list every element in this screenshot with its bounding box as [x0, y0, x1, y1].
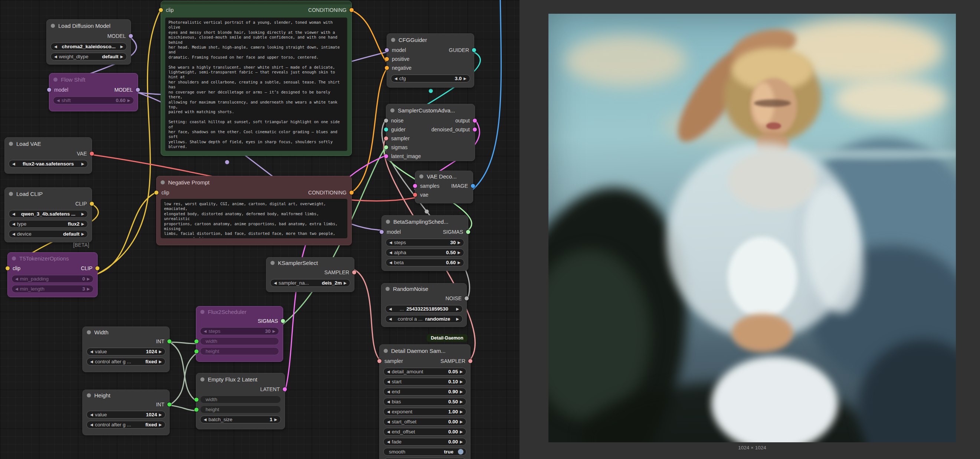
exponent-widget[interactable]: ◀ exponent 1.00 ▶: [383, 408, 466, 416]
samples-input-port[interactable]: [413, 184, 417, 188]
smooth-toggle-widget[interactable]: smooth true: [383, 448, 466, 456]
increment-arrow-icon[interactable]: ▶: [81, 232, 84, 236]
min-length-widget[interactable]: ◀ min_length 3 ▶: [11, 285, 94, 293]
decrement-arrow-icon[interactable]: ◀: [389, 307, 392, 311]
collapse-dot-icon[interactable]: [391, 38, 395, 42]
conditioning-output-port[interactable]: [350, 191, 354, 195]
model-output-port[interactable]: [136, 88, 140, 92]
height-input-slot[interactable]: height: [200, 405, 281, 413]
node-t5-tokenizer-options[interactable]: T5TokenizerOptions clip CLIP ◀ min_paddi…: [8, 253, 98, 297]
toggle-knob-icon[interactable]: [458, 449, 463, 454]
collapse-dot-icon[interactable]: [390, 108, 395, 113]
guider-input-port[interactable]: [384, 128, 388, 132]
decrement-arrow-icon[interactable]: ◀: [387, 380, 390, 384]
node-load-clip[interactable]: Load CLIP CLIP ◀ qwen_3_4b.safetens ... …: [5, 187, 92, 242]
control-after-generate-widget[interactable]: ◀ control after g ... fixed ▶: [86, 421, 165, 429]
increment-arrow-icon[interactable]: ▶: [127, 99, 130, 102]
noise-output-port[interactable]: [465, 297, 469, 300]
fade-widget[interactable]: ◀ fade 0.00 ▶: [383, 438, 466, 446]
increment-arrow-icon[interactable]: ▶: [460, 400, 463, 404]
increment-arrow-icon[interactable]: ▶: [458, 251, 460, 254]
sampler-output-port[interactable]: [352, 270, 356, 275]
decrement-arrow-icon[interactable]: ◀: [90, 413, 93, 417]
collapse-dot-icon[interactable]: [87, 330, 91, 334]
output-port[interactable]: [473, 119, 477, 123]
clip-name-widget[interactable]: ◀ qwen_3_4b.safetens ... ▶: [8, 210, 88, 218]
clip-input-port[interactable]: [159, 8, 163, 12]
alpha-widget[interactable]: ◀ alpha 0.50 ▶: [385, 249, 464, 256]
collapse-dot-icon[interactable]: [270, 261, 275, 265]
cfg-widget[interactable]: ◀ cfg 3.0 ▶: [391, 75, 470, 83]
width-input-slot[interactable]: width: [200, 395, 281, 403]
node-load-diffusion-model[interactable]: Load Diffusion Model MODEL ◀ chroma2_kal…: [46, 19, 131, 65]
decrement-arrow-icon[interactable]: ◀: [387, 390, 390, 394]
increment-arrow-icon[interactable]: ▶: [272, 329, 275, 333]
clip-output-port[interactable]: [90, 202, 94, 206]
int-output-port[interactable]: [167, 340, 172, 344]
decrement-arrow-icon[interactable]: ◀: [90, 360, 93, 364]
decrement-arrow-icon[interactable]: ◀: [12, 162, 15, 166]
beta-widget[interactable]: ◀ beta 0.60 ▶: [385, 259, 464, 267]
decrement-arrow-icon[interactable]: ◀: [387, 410, 390, 414]
increment-arrow-icon[interactable]: ▶: [159, 423, 162, 427]
ckpt-name-widget[interactable]: ◀ chroma2_kaleidosco... ▶: [51, 43, 127, 51]
increment-arrow-icon[interactable]: ▶: [460, 420, 463, 424]
height-input-port[interactable]: [194, 407, 199, 411]
increment-arrow-icon[interactable]: ▶: [456, 307, 459, 311]
decrement-arrow-icon[interactable]: ◀: [15, 277, 18, 281]
collapse-dot-icon[interactable]: [9, 142, 13, 146]
shift-widget[interactable]: ◀ shift 0.60 ▶: [53, 97, 134, 104]
weight-dtype-widget[interactable]: ◀ weight_dtype default ▶: [51, 53, 127, 60]
sigmas-output-port[interactable]: [466, 230, 470, 234]
denoised-output-port[interactable]: [473, 128, 477, 132]
decrement-arrow-icon[interactable]: ◀: [387, 440, 390, 444]
increment-arrow-icon[interactable]: ▶: [81, 222, 84, 226]
clip-input-port[interactable]: [6, 267, 10, 270]
model-output-port[interactable]: [129, 34, 133, 38]
node-flux2-scheduler[interactable]: Flux2Scheduler SIGMAS ◀ steps 30 ▶ width…: [196, 306, 283, 362]
steps-widget[interactable]: ◀ steps 30 ▶: [385, 238, 464, 246]
clip-output-port[interactable]: [95, 267, 99, 270]
width-input-port[interactable]: [194, 339, 199, 343]
latent-output-port[interactable]: [283, 388, 287, 391]
value-widget[interactable]: ◀ value 1024 ▶: [86, 411, 165, 419]
node-graph-canvas[interactable]: Load Diffusion Model MODEL ◀ chroma2_kal…: [0, 0, 520, 459]
decrement-arrow-icon[interactable]: ◀: [274, 281, 277, 285]
increment-arrow-icon[interactable]: ▶: [120, 45, 123, 49]
collapse-dot-icon[interactable]: [384, 349, 388, 353]
node-beta-sampling-scheduler[interactable]: BetaSamplingSched... model SIGMAS ◀ step…: [382, 215, 468, 271]
decrement-arrow-icon[interactable]: ◀: [57, 99, 60, 102]
decrement-arrow-icon[interactable]: ◀: [90, 423, 93, 427]
node-width[interactable]: Width INT ◀ value 1024 ▶ ◀ control after…: [83, 327, 170, 372]
int-output-port[interactable]: [167, 403, 172, 407]
collapse-dot-icon[interactable]: [385, 287, 390, 291]
increment-arrow-icon[interactable]: ▶: [460, 380, 463, 384]
decrement-arrow-icon[interactable]: ◀: [54, 55, 57, 59]
node-sampler-custom-advanced[interactable]: SamplerCustomAdva... noise output guider…: [386, 104, 475, 161]
bias-widget[interactable]: ◀ bias 0.50 ▶: [383, 398, 466, 405]
increment-arrow-icon[interactable]: ▶: [159, 350, 162, 354]
increment-arrow-icon[interactable]: ▶: [460, 410, 463, 414]
node-empty-flux2-latent[interactable]: Empty Flux 2 Latent LATENT width height …: [196, 373, 285, 429]
increment-arrow-icon[interactable]: ▶: [81, 162, 84, 166]
increment-arrow-icon[interactable]: ▶: [120, 55, 123, 59]
node-vae-decode[interactable]: VAE Deco... samples IMAGE vae: [415, 171, 473, 203]
collapse-dot-icon[interactable]: [386, 220, 390, 224]
control-after-generate-widget[interactable]: ◀ control a ... randomize ▶: [385, 315, 463, 323]
decrement-arrow-icon[interactable]: ◀: [387, 420, 390, 424]
increment-arrow-icon[interactable]: ▶: [458, 241, 460, 245]
increment-arrow-icon[interactable]: ▶: [456, 317, 459, 321]
width-input-port[interactable]: [194, 397, 199, 402]
decrement-arrow-icon[interactable]: ◀: [90, 350, 93, 354]
steps-widget[interactable]: ◀ steps 30 ▶: [200, 327, 279, 335]
increment-arrow-icon[interactable]: ▶: [460, 440, 463, 444]
conditioning-output-port[interactable]: [350, 8, 354, 12]
sampler-input-port[interactable]: [384, 137, 388, 141]
vae-output-port[interactable]: [90, 152, 94, 156]
decrement-arrow-icon[interactable]: ◀: [204, 329, 207, 333]
increment-arrow-icon[interactable]: ▶: [460, 370, 463, 374]
decrement-arrow-icon[interactable]: ◀: [389, 241, 392, 245]
guider-output-port[interactable]: [472, 48, 476, 52]
decrement-arrow-icon[interactable]: ◀: [204, 418, 207, 421]
min-padding-widget[interactable]: ◀ min_padding 0 ▶: [11, 275, 94, 283]
